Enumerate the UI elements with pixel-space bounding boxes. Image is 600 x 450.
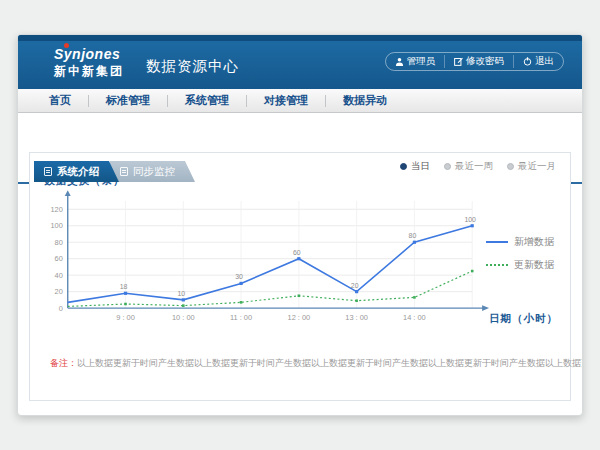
user-icon xyxy=(395,57,404,66)
main-nav: 首页 标准管理 系统管理 对接管理 数据异动 xyxy=(18,89,582,113)
radio-dot-icon xyxy=(507,163,514,170)
svg-text:10 : 00: 10 : 00 xyxy=(172,313,195,322)
change-password-button[interactable]: 修改密码 xyxy=(444,55,513,68)
svg-text:20: 20 xyxy=(351,282,359,289)
legend-line-solid-icon xyxy=(486,241,508,243)
svg-text:20: 20 xyxy=(55,287,63,296)
svg-text:12 : 00: 12 : 00 xyxy=(288,313,311,322)
app-header: Synjones 新中新集团 数据资源中心 管理员 修改密码 xyxy=(18,35,582,89)
chart-panel: 当日 最近一周 最近一月 数据交换（条） 0204060801001209 : … xyxy=(29,152,571,401)
svg-text:100: 100 xyxy=(50,221,62,230)
svg-text:0: 0 xyxy=(59,304,63,313)
tab-sync-monitor-1[interactable]: 同步监控 xyxy=(110,161,195,182)
nav-item-data-change[interactable]: 数据异动 xyxy=(326,89,404,112)
radio-last-week[interactable]: 最近一周 xyxy=(444,160,493,173)
tab-system-intro[interactable]: 系统介绍 xyxy=(34,161,119,182)
legend-item-update-data: 更新数据 xyxy=(486,258,554,272)
time-range-radio-group: 当日 最近一周 最近一月 xyxy=(400,160,556,173)
radio-dot-icon xyxy=(400,163,407,170)
radio-dot-icon xyxy=(444,163,451,170)
page-title: 数据资源中心 xyxy=(146,57,239,76)
nav-item-interface-mgmt[interactable]: 对接管理 xyxy=(247,89,325,112)
logout-button[interactable]: 退出 xyxy=(513,55,563,68)
logo: Synjones 新中新集团 xyxy=(54,46,124,80)
svg-text:10: 10 xyxy=(177,290,185,297)
current-user-button[interactable]: 管理员 xyxy=(386,55,445,68)
svg-text:18: 18 xyxy=(120,283,128,290)
svg-text:120: 120 xyxy=(50,205,62,214)
svg-text:14 : 00: 14 : 00 xyxy=(403,313,426,322)
legend-item-new-data: 新增数据 xyxy=(486,235,554,249)
footnote: 备注：以上数据更新于时间产生数据以上数据更新于时间产生数据以上数据更新于时间产生… xyxy=(50,357,583,370)
svg-text:100: 100 xyxy=(464,216,476,223)
logo-red-dot-icon xyxy=(64,43,69,48)
footnote-text: 以上数据更新于时间产生数据以上数据更新于时间产生数据以上数据更新于时间产生数据以… xyxy=(77,358,583,368)
app-window: Synjones 新中新集团 数据资源中心 管理员 修改密码 xyxy=(17,34,583,416)
header-actions: 管理员 修改密码 退出 xyxy=(385,52,565,71)
radio-last-month[interactable]: 最近一月 xyxy=(507,160,556,173)
header-top-strip xyxy=(18,35,582,41)
svg-text:60: 60 xyxy=(55,254,63,263)
radio-today[interactable]: 当日 xyxy=(400,160,430,173)
svg-text:40: 40 xyxy=(55,271,63,280)
logo-text-cn: 新中新集团 xyxy=(54,63,124,80)
line-chart-svg: 0204060801001209 : 0010 : 0011 : 0012 : … xyxy=(38,189,494,338)
logo-text-en: Synjones xyxy=(54,46,124,62)
svg-text:80: 80 xyxy=(409,232,417,239)
document-icon xyxy=(44,167,52,176)
edit-icon xyxy=(454,57,463,66)
legend-line-dotted-icon xyxy=(486,264,508,266)
nav-item-home[interactable]: 首页 xyxy=(32,89,88,112)
nav-item-system-mgmt[interactable]: 系统管理 xyxy=(168,89,246,112)
footnote-prefix: 备注： xyxy=(50,358,77,368)
document-icon xyxy=(120,167,128,176)
svg-text:13 : 00: 13 : 00 xyxy=(345,313,368,322)
line-chart: 0204060801001209 : 0010 : 0011 : 0012 : … xyxy=(38,189,494,339)
svg-text:60: 60 xyxy=(293,249,301,256)
svg-text:30: 30 xyxy=(235,273,243,280)
power-icon xyxy=(523,57,532,66)
nav-item-standard-mgmt[interactable]: 标准管理 xyxy=(89,89,167,112)
svg-text:11 : 00: 11 : 00 xyxy=(230,313,252,322)
svg-text:80: 80 xyxy=(55,238,63,247)
chart-legend: 新增数据 更新数据 xyxy=(486,235,554,272)
x-axis-title: 日期（小时） xyxy=(489,312,558,326)
svg-text:9 : 00: 9 : 00 xyxy=(116,313,135,322)
